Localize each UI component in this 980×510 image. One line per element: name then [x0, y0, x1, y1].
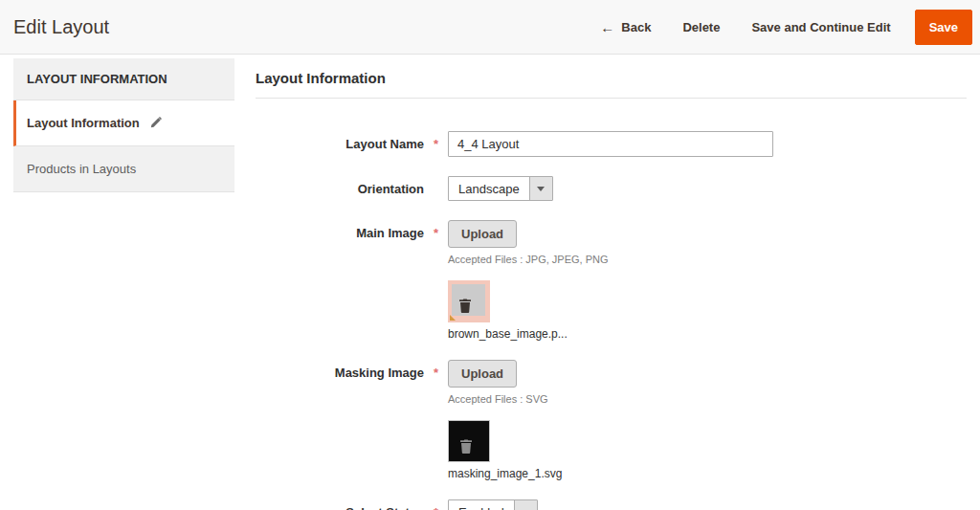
required-mark: * [424, 360, 448, 480]
main-panel: Layout Information Layout Name * Orienta… [256, 58, 967, 510]
masking-image-label: Masking Image [256, 360, 424, 480]
sidebar-section-header: LAYOUT INFORMATION [13, 58, 234, 100]
main-image-upload-button[interactable]: Upload [448, 220, 517, 248]
save-and-continue-button[interactable]: Save and Continue Edit [751, 20, 890, 34]
layout-name-input[interactable] [448, 131, 773, 157]
dropdown-caret-button[interactable] [514, 500, 537, 510]
required-mark: * [424, 499, 448, 510]
pencil-icon [149, 117, 162, 129]
masking-image-thumb-block: masking_image_1.svg [448, 420, 967, 480]
page-title: Edit Layout [13, 16, 109, 38]
required-mark-placeholder [424, 176, 448, 201]
main-image-file-name: brown_base_image.p... [448, 327, 967, 341]
dropdown-caret-button[interactable] [529, 177, 552, 200]
section-heading: Layout Information [256, 58, 967, 99]
masking-image-file-name: masking_image_1.svg [448, 467, 967, 480]
required-mark: * [424, 131, 448, 157]
main-image-accepted-files-hint: Accepted Files : JPG, JPEG, PNG [448, 254, 967, 265]
main-image-thumbnail[interactable] [448, 280, 490, 322]
layout-name-row: Layout Name * [256, 131, 967, 157]
back-arrow-icon: ← [600, 19, 614, 35]
back-button-label: Back [621, 20, 651, 34]
select-status-label: Select Status [256, 499, 424, 510]
sidebar-item-layout-information[interactable]: Layout Information [13, 100, 234, 146]
select-status-value: Enabled [449, 500, 514, 510]
masking-image-upload-button[interactable]: Upload [448, 360, 517, 388]
save-button[interactable]: Save [915, 10, 972, 45]
orientation-row: Orientation Landscape [256, 176, 967, 201]
delete-button[interactable]: Delete [682, 20, 720, 34]
main-image-thumb-block: brown_base_image.p... [448, 280, 967, 341]
header-actions: ← Back Delete Save and Continue Edit Sav… [568, 10, 972, 45]
sidebar-item-products-in-layouts[interactable]: Products in Layouts [13, 146, 234, 192]
sidebar: LAYOUT INFORMATION Layout Information Pr… [13, 58, 234, 192]
masking-image-thumbnail[interactable] [448, 420, 490, 462]
orientation-select-value: Landscape [449, 177, 529, 200]
select-status-row: Select Status * Enabled [256, 499, 967, 510]
main-image-row: Main Image * Upload Accepted Files : JPG… [256, 220, 967, 341]
main-image-label: Main Image [256, 220, 424, 341]
sidebar-item-label: Layout Information [27, 116, 140, 130]
trash-icon[interactable] [457, 298, 473, 314]
layout-information-form: Layout Name * Orientation Landscape [256, 131, 967, 510]
chevron-down-icon [537, 187, 545, 195]
orientation-label: Orientation [256, 176, 424, 201]
select-status-select[interactable]: Enabled [448, 499, 538, 510]
content-wrapper: LAYOUT INFORMATION Layout Information Pr… [0, 58, 980, 510]
sidebar-item-label: Products in Layouts [27, 162, 136, 176]
image-corner-detail [450, 315, 456, 321]
page-header: Edit Layout ← Back Delete Save and Conti… [0, 0, 980, 55]
layout-name-label: Layout Name [256, 131, 424, 157]
masking-image-accepted-files-hint: Accepted Files : SVG [448, 393, 967, 405]
back-button[interactable]: ← Back [600, 19, 651, 35]
orientation-select[interactable]: Landscape [448, 176, 553, 201]
trash-icon[interactable] [458, 438, 474, 455]
required-mark: * [424, 220, 448, 341]
masking-image-row: Masking Image * Upload Accepted Files : … [256, 360, 967, 480]
